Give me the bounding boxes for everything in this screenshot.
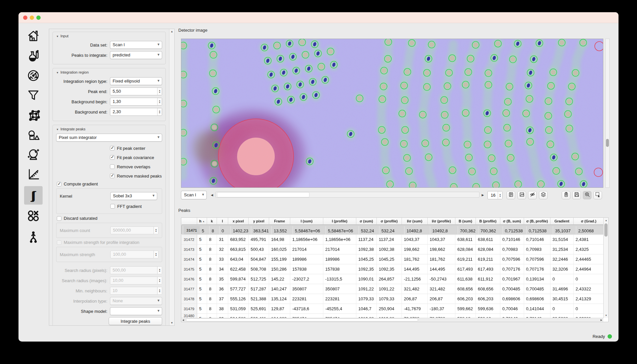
sidebar-item-find-peaks[interactable] (24, 67, 43, 85)
frame-scrollbar-handle[interactable] (217, 192, 309, 197)
sidebar-item-experiment[interactable] (24, 48, 43, 66)
selection-button[interactable] (593, 191, 602, 199)
table-vscrollbar[interactable]: ▲ ▼ (603, 218, 608, 318)
panel-scrollbar[interactable]: ▲ ▼ (169, 29, 174, 325)
column-header-b-profile[interactable]: σ (B, profile) (524, 218, 550, 224)
table-row[interactable]: 314765835599,874512,725145,22-23027,2-13… (181, 274, 604, 284)
max-strength-checkbox-box[interactable] (57, 240, 61, 245)
peak-end-spinbox-stepper[interactable]: ▲▼ (157, 88, 162, 95)
collapse-icon[interactable]: ▼ (56, 128, 59, 131)
column-header-y-pixel[interactable]: y pixel (249, 218, 269, 224)
row-number[interactable]: 31473 (181, 245, 197, 254)
fft-gradient-checkbox[interactable]: FFT gradient (110, 204, 159, 209)
frame-next-button[interactable]: ▶ (480, 192, 485, 198)
row-number[interactable]: 31479 (181, 304, 197, 314)
save-button[interactable] (572, 191, 581, 199)
sidebar-item-predict[interactable] (24, 146, 43, 165)
frame-number-spinbox[interactable]: 16 ▲▼ (487, 191, 503, 199)
scan-select[interactable]: Scan I▼ (181, 191, 207, 199)
scroll-up-icon[interactable]: ▲ (169, 29, 174, 34)
column-header-b-sum[interactable]: B (sum) (455, 218, 476, 224)
column-header-grad[interactable]: σ (Grad.) (574, 218, 604, 224)
table-row[interactable]: 314745833643,04504,847155,19918998618998… (181, 254, 604, 264)
sidebar-item-index[interactable] (24, 107, 43, 125)
table-row[interactable]: 314775836577,727517,287140,2473508073508… (181, 284, 604, 294)
row-number[interactable]: 31477 (181, 284, 197, 294)
table-row[interactable]: 314725831683,952495,791164,981,18656e+06… (181, 235, 604, 245)
remove-overlaps-checkbox-box[interactable] (110, 164, 115, 169)
detector-intensity-slider[interactable] (605, 39, 610, 188)
sidebar-item-filter[interactable] (24, 86, 43, 105)
table-row[interactable]: 314755834622,458508,708150,2861578381578… (181, 264, 604, 274)
table-scroll-left-icon[interactable]: ◀ (182, 319, 184, 321)
column-header-h[interactable]: h▲ (197, 218, 207, 224)
background-begin-spinbox-stepper[interactable]: ▲▼ (157, 98, 162, 105)
frame-stepper[interactable]: ▲▼ (498, 191, 502, 199)
discard-saturated-checkbox[interactable]: Discard saturated (57, 216, 162, 221)
table-scroll-down-icon[interactable]: ▼ (605, 314, 607, 316)
peak-end-spinbox[interactable]: 5,50▲▼ (110, 87, 162, 95)
sidebar-item-integrate[interactable]: ∫∫∫ (24, 186, 43, 205)
row-number[interactable]: 31471 (184, 226, 200, 234)
compute-gradient-checkbox[interactable]: Compute gradient (57, 182, 162, 186)
search-radius-pixels-spinbox[interactable]: 500,00▲▼ (110, 266, 162, 274)
maximum-strength-spinbox-stepper[interactable]: ▲▼ (154, 251, 158, 258)
collapse-icon[interactable]: ▼ (56, 35, 59, 38)
integrator-select[interactable]: Pixel sum integrator▼ (56, 134, 162, 142)
remove-masked-peaks-checkbox[interactable]: Remove masked peaks (110, 174, 162, 179)
search-radius-images-spinbox[interactable]: 10,00▲▼ (110, 277, 162, 284)
integration-region-type-select[interactable]: Fixed ellipsoid▼ (110, 77, 162, 85)
fit-peak-covariance-checkbox[interactable]: Fit peak covariance (110, 155, 162, 160)
image-button[interactable] (517, 191, 526, 199)
frame-scrollbar[interactable] (215, 192, 479, 198)
close-window-icon[interactable] (23, 16, 27, 20)
remove-masked-peaks-checkbox-box[interactable] (110, 174, 115, 178)
table-row[interactable]: 314795838531,059525,691129,87-43718,6-45… (181, 304, 604, 314)
column-header-k[interactable]: k (207, 218, 217, 224)
sidebar-item-shapes[interactable] (24, 127, 43, 145)
column-header-i-sum[interactable]: I (sum) (290, 218, 323, 224)
row-number[interactable]: 31475 (181, 264, 197, 274)
minimize-window-icon[interactable] (30, 16, 34, 20)
clipboard-button[interactable] (562, 191, 570, 199)
max-strength-checkbox[interactable]: Maximum strength for profile integration (57, 240, 162, 245)
row-number[interactable]: 31474 (181, 254, 197, 264)
column-header-x-pixel[interactable]: x pixel (228, 218, 249, 224)
title-bar[interactable] (18, 12, 619, 23)
peaks-to-integrate-select[interactable]: predicted▼ (110, 51, 162, 59)
maximum-count-spinbox-stepper[interactable]: ▲▼ (154, 227, 158, 234)
sidebar-item-refine[interactable] (24, 166, 43, 184)
discard-saturated-checkbox-box[interactable] (57, 216, 61, 221)
zoom-in-button[interactable] (583, 191, 591, 199)
sidebar-item-merge[interactable] (24, 229, 43, 247)
scroll-down-icon[interactable]: ▼ (169, 320, 174, 325)
fit-peak-covariance-checkbox-box[interactable] (110, 155, 115, 160)
table-scroll-right-icon[interactable]: ▶ (601, 319, 602, 321)
data-set-select[interactable]: Scan I▼ (110, 41, 162, 49)
table-row[interactable]: 314785837555,126521,388135,1242232812232… (181, 294, 604, 304)
column-header-b-sum[interactable]: σ (B, sum) (500, 218, 524, 224)
table-row[interactable]: 314715801402,23363,54113,5525,58467e+065… (181, 225, 604, 235)
column-header-i-profile[interactable]: I (profile) (323, 218, 356, 224)
column-header-b-profile[interactable]: B (profile) (476, 218, 500, 224)
table-scroll-up-icon[interactable]: ▲ (605, 219, 607, 221)
detector-slider-handle[interactable] (606, 139, 609, 147)
column-header-sum[interactable]: σ (sum) (356, 218, 377, 224)
remove-overlaps-checkbox[interactable]: Remove overlaps (110, 164, 162, 169)
frame-prev-button[interactable]: ◀ (209, 192, 215, 198)
column-header-profile[interactable]: σ (profile) (377, 218, 402, 224)
maximum-count-spinbox[interactable]: 50000,00▲▼ (110, 226, 159, 234)
detector-image[interactable] (181, 39, 603, 188)
column-header-i-sum[interactable]: I/σ (sum) (402, 218, 428, 224)
search-radius-pixels-spinbox-stepper[interactable]: ▲▼ (157, 267, 162, 274)
column-header-frame[interactable]: Frame (269, 218, 290, 224)
table-hscrollbar[interactable]: ◀ ▶ (181, 318, 603, 322)
background-begin-spinbox[interactable]: 1,30▲▼ (110, 98, 162, 106)
zoom-window-icon[interactable] (36, 16, 41, 20)
collapse-icon[interactable]: ▼ (56, 71, 59, 74)
row-number[interactable]: 31472 (181, 235, 197, 244)
hide-peaks-button[interactable] (528, 191, 537, 199)
background-end-spinbox-stepper[interactable]: ▲▼ (157, 108, 162, 116)
fft-gradient-checkbox-box[interactable] (110, 204, 115, 209)
column-header-gradient[interactable]: Gradient (550, 218, 574, 224)
